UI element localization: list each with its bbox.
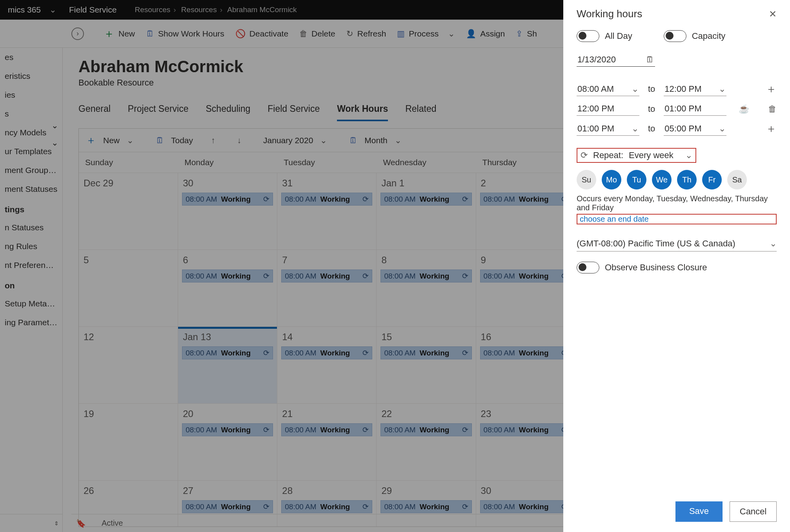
day-chip-su[interactable]: Su (577, 170, 596, 189)
choose-end-date[interactable]: choose an end date (577, 214, 777, 224)
chevron-down-icon: ⌄ (685, 150, 692, 160)
time-to-input[interactable]: 12:00 PM⌄ (664, 82, 726, 96)
observe-closure-toggle[interactable] (577, 262, 599, 273)
repeat-value: Every week (629, 150, 674, 160)
trash-icon[interactable]: 🗑 (768, 104, 777, 114)
repeat-label: Repeat: (593, 150, 623, 160)
observe-closure-label: Observe Business Closure (605, 262, 707, 273)
cancel-label: Cancel (740, 506, 766, 516)
date-input[interactable]: 1/13/2020 🗓 (577, 53, 655, 67)
capacity-toggle[interactable] (664, 30, 686, 42)
day-chip-we[interactable]: We (652, 170, 672, 189)
occurs-text: Occurs every Monday, Tuesday, Wednesday,… (577, 194, 777, 212)
close-icon[interactable]: ✕ (769, 9, 777, 20)
refresh-icon: ⟳ (581, 150, 588, 160)
day-chip-sa[interactable]: Sa (727, 170, 747, 189)
time-from-input[interactable]: 12:00 PM (577, 102, 639, 116)
chevron-down-icon: ⌄ (632, 84, 639, 94)
save-button[interactable]: Save (675, 501, 723, 522)
to-label: to (648, 124, 655, 134)
time-slot: 08:00 AM⌄to12:00 PM⌄＋ (577, 82, 777, 97)
time-from-input[interactable]: 08:00 AM⌄ (577, 82, 639, 96)
day-chip-fr[interactable]: Fr (702, 170, 722, 189)
time-slot: 12:00 PMto01:00 PM☕🗑 (577, 102, 777, 116)
chevron-down-icon: ⌄ (770, 239, 777, 249)
date-value: 1/13/2020 (577, 55, 616, 65)
to-label: to (648, 104, 655, 114)
calendar-icon: 🗓 (646, 55, 654, 65)
add-slot-icon[interactable]: ＋ (766, 82, 777, 97)
day-chip-tu[interactable]: Tu (627, 170, 646, 189)
chevron-down-icon: ⌄ (632, 124, 639, 134)
chevron-down-icon: ⌄ (719, 84, 726, 94)
day-chip-mo[interactable]: Mo (602, 170, 621, 189)
day-chip-th[interactable]: Th (677, 170, 697, 189)
panel-title: Working hours (577, 8, 642, 20)
break-icon[interactable]: ☕ (739, 104, 749, 114)
working-hours-panel: Working hours ✕ All Day Capacity 1/13/20… (563, 0, 790, 532)
cancel-button[interactable]: Cancel (730, 501, 777, 522)
allday-label: All Day (605, 31, 632, 41)
time-to-input[interactable]: 01:00 PM (664, 102, 726, 116)
time-slot: 01:00 PM⌄to05:00 PM⌄＋ (577, 121, 777, 136)
time-from-input[interactable]: 01:00 PM⌄ (577, 122, 639, 136)
time-to-input[interactable]: 05:00 PM⌄ (664, 122, 726, 136)
to-label: to (648, 84, 655, 94)
repeat-selector[interactable]: ⟳ Repeat: Every week⌄ (577, 148, 696, 163)
tz-value: (GMT-08:00) Pacific Time (US & Canada) (577, 239, 735, 249)
capacity-label: Capacity (692, 31, 726, 41)
enddate-link[interactable]: choose an end date (580, 215, 649, 223)
timezone-select[interactable]: (GMT-08:00) Pacific Time (US & Canada) ⌄ (577, 236, 777, 251)
day-chips: SuMoTuWeThFrSa (577, 170, 777, 189)
save-label: Save (689, 506, 709, 516)
add-slot-icon[interactable]: ＋ (766, 121, 777, 136)
allday-toggle[interactable] (577, 30, 599, 42)
chevron-down-icon: ⌄ (719, 124, 726, 134)
